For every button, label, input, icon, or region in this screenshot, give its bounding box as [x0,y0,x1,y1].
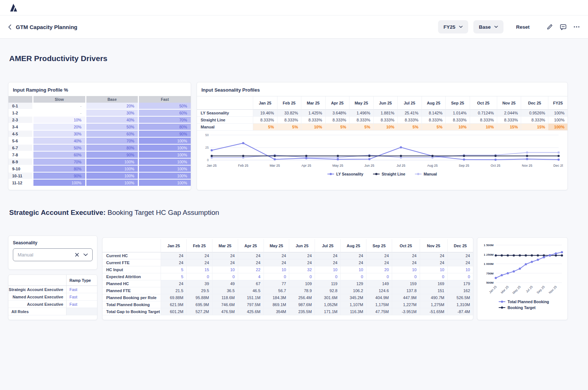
ramp-type-card: Ramp TypeStrategic Account ExecutiveFast… [8,274,97,320]
cell[interactable]: 22 [238,266,263,273]
cell[interactable]: 20% [85,103,138,110]
cell[interactable]: 0 [447,273,473,280]
cell[interactable]: 10% [445,124,470,131]
cell: 0.7124% [470,110,497,117]
cell[interactable]: 100% [548,124,567,131]
cell[interactable]: 60% [85,131,138,138]
reset-button[interactable]: Reset [516,24,530,30]
cell[interactable]: 40% [85,117,138,124]
cell[interactable]: 90% [138,131,191,138]
chevron-down-icon[interactable] [83,253,88,256]
cell[interactable]: 100% [32,180,85,187]
cell[interactable]: 80% [85,145,138,152]
cell[interactable]: 0 [392,273,419,280]
cell[interactable]: 100% [138,138,191,145]
cell[interactable]: 5% [277,124,301,131]
cell[interactable]: 100% [138,166,191,173]
cell[interactable]: 5% [349,124,373,131]
cell[interactable]: 0 [366,273,392,280]
cell[interactable]: 70% [138,117,191,124]
row-label: 8-9 [8,159,32,166]
cell[interactable]: 10 [315,266,340,273]
cell[interactable]: 0 [420,273,447,280]
cell[interactable]: 60% [138,110,191,117]
svg-text:Sep 25: Sep 25 [536,285,545,294]
cell[interactable]: 15% [497,124,521,131]
more-options-icon[interactable] [573,26,580,28]
cell[interactable]: 0 [315,273,340,280]
cell[interactable]: 80% [32,166,85,173]
cell[interactable]: 60% [32,152,85,159]
cell[interactable]: 0 [212,273,238,280]
cell[interactable]: 5% [253,124,277,131]
cell[interactable]: 15 [186,266,212,273]
column-header: Feb 25 [277,96,301,110]
cell[interactable]: 90% [85,152,138,159]
cell: 24 [366,252,392,259]
cell[interactable]: 40% [32,138,85,145]
cell[interactable]: 100% [138,152,191,159]
back-chevron-icon[interactable] [8,24,11,30]
cell[interactable]: 100% [138,145,191,152]
row-label: 9-10 [8,166,32,173]
cell[interactable]: 10 [447,266,473,273]
cell[interactable]: 100% [85,166,138,173]
cell[interactable]: 50% [85,124,138,131]
cell[interactable]: 5% [422,124,446,131]
cell[interactable]: 0 [340,273,366,280]
version-selector[interactable]: Base [473,20,503,33]
period-selector[interactable]: FY25 [438,20,468,33]
cell[interactable]: 10 [212,266,238,273]
cell[interactable]: 0 [289,273,315,280]
comment-icon[interactable] [560,24,567,30]
cell[interactable]: 10% [32,117,85,124]
anaplan-logo-icon[interactable] [9,3,18,13]
cell[interactable]: Fast [67,293,97,301]
cell[interactable]: 0 [263,273,289,280]
edit-pencil-icon[interactable] [546,24,553,30]
cell[interactable]: 0 [186,273,212,280]
cell[interactable]: 10% [470,124,497,131]
cell[interactable]: 50% [32,145,85,152]
cell[interactable]: 70% [85,138,138,145]
cell[interactable]: 100% [138,180,191,187]
cell[interactable]: 20 [366,266,392,273]
cell[interactable]: 90% [32,173,85,180]
cell: 527.2M [186,308,212,315]
cell[interactable]: 30% [32,131,85,138]
cell[interactable]: 5 [161,266,186,273]
cell[interactable]: 10 [420,266,447,273]
cell: 24 [447,252,473,259]
cell[interactable]: 70% [32,159,85,166]
cell[interactable]: 100% [138,173,191,180]
cell[interactable]: 10 [392,266,419,273]
cell: 24 [212,259,238,266]
table-row: 9-1080%100%100% [8,166,191,173]
clear-selection-icon[interactable] [75,253,79,257]
cell[interactable]: 5% [325,124,349,131]
cell[interactable]: 15% [521,124,548,131]
cell: 24 [161,252,186,259]
cell[interactable]: 5% [397,124,422,131]
cell[interactable]: 20% [32,124,85,131]
cell[interactable]: 32 [289,266,315,273]
cell[interactable]: 10% [373,124,398,131]
seasonality-select[interactable]: Manual [13,248,93,261]
cell[interactable]: 10% [301,124,325,131]
cell[interactable]: 100% [138,159,191,166]
cell[interactable]: 30% [85,110,138,117]
cell[interactable]: 100% [85,173,138,180]
cell[interactable]: - [32,103,85,110]
cell[interactable]: 5 [161,273,186,280]
cell[interactable]: Fast [67,286,97,293]
cell[interactable]: 4 [238,273,263,280]
cell[interactable]: Fast [67,301,97,308]
section-title-strategic-ae: Strategic Account Executive: Booking Tar… [9,209,219,217]
cell[interactable]: - [32,110,85,117]
cell[interactable]: 10 [340,266,366,273]
cell[interactable]: 50% [138,103,191,110]
cell[interactable]: 10 [263,266,289,273]
cell[interactable]: 100% [85,159,138,166]
cell[interactable]: 100% [85,180,138,187]
cell[interactable]: 80% [138,124,191,131]
